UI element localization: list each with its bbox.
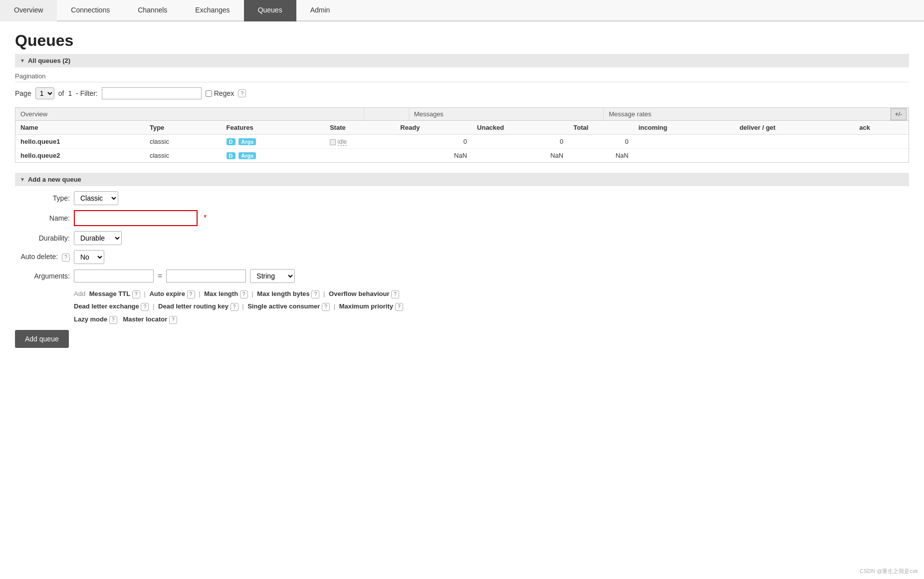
col-group-messages: Messages bbox=[409, 108, 604, 120]
equals-sign: = bbox=[158, 272, 162, 281]
args-key-input[interactable] bbox=[74, 270, 154, 283]
overflow-behaviour-help-icon[interactable]: ? bbox=[391, 290, 399, 298]
sep7: | bbox=[334, 302, 335, 310]
add-queue-button[interactable]: Add queue bbox=[15, 330, 69, 348]
page-select[interactable]: 1 bbox=[35, 87, 54, 99]
max-length-help-icon[interactable]: ? bbox=[240, 290, 248, 298]
pagination-section: Pagination Page 1 of 1 - Filter: Regex ? bbox=[15, 72, 909, 99]
required-star-icon: * bbox=[204, 214, 207, 223]
filter-label: - Filter: bbox=[76, 89, 98, 97]
nav-overview[interactable]: Overview bbox=[0, 0, 57, 21]
col-group-message-rates: Message rates bbox=[604, 108, 890, 120]
auto-delete-select[interactable]: No Yes bbox=[74, 250, 104, 264]
queue-deliver-get-cell bbox=[734, 149, 854, 163]
regex-label[interactable]: Regex bbox=[206, 89, 234, 97]
th-incoming: incoming bbox=[634, 121, 735, 135]
all-queues-section-header[interactable]: ▼ All queues (2) bbox=[15, 54, 909, 67]
auto-delete-row: Auto delete: ? No Yes bbox=[15, 250, 909, 264]
type-row: Type: Classic Quorum bbox=[15, 191, 909, 205]
queue-unacked-cell: NaN bbox=[472, 149, 568, 163]
name-input-wrapper bbox=[74, 210, 198, 226]
queue-features-cell: D Args bbox=[222, 149, 325, 163]
queue-incoming-cell bbox=[634, 149, 735, 163]
queue-ready-cell: NaN bbox=[395, 149, 472, 163]
args-value-input[interactable] bbox=[166, 270, 246, 283]
maximum-priority-help-icon[interactable]: ? bbox=[395, 303, 403, 311]
regex-checkbox[interactable] bbox=[206, 90, 212, 97]
sep5: | bbox=[153, 302, 154, 310]
of-label: of bbox=[58, 89, 64, 97]
filter-input[interactable] bbox=[102, 87, 202, 99]
hint-max-length[interactable]: Max length bbox=[204, 290, 238, 297]
hint-overflow-behaviour[interactable]: Overflow behaviour bbox=[329, 290, 389, 297]
th-total: Total bbox=[568, 121, 633, 135]
queue-name-link[interactable]: hello.queue1 bbox=[20, 138, 60, 145]
master-locator-help-icon[interactable]: ? bbox=[169, 316, 177, 324]
lazy-mode-help-icon[interactable]: ? bbox=[109, 316, 117, 324]
hint-dead-letter-routing-key[interactable]: Dead letter routing key bbox=[158, 302, 229, 310]
dead-letter-exchange-help-icon[interactable]: ? bbox=[141, 303, 149, 311]
total-pages: 1 bbox=[68, 89, 72, 97]
max-length-bytes-help-icon[interactable]: ? bbox=[311, 290, 319, 298]
nav-exchanges[interactable]: Exchanges bbox=[181, 0, 243, 21]
add-queue-collapse-arrow: ▼ bbox=[20, 177, 25, 182]
th-features: Features bbox=[222, 121, 325, 135]
queue-deliver-get-cell bbox=[734, 135, 854, 149]
hint-maximum-priority[interactable]: Maximum priority bbox=[339, 302, 393, 310]
regex-text: Regex bbox=[214, 89, 234, 97]
hint-dead-letter-exchange[interactable]: Dead letter exchange bbox=[74, 302, 139, 310]
sep6: | bbox=[242, 302, 243, 310]
pagination-controls: Page 1 of 1 - Filter: Regex ? bbox=[15, 87, 909, 99]
col-group-overview-spacer bbox=[364, 108, 409, 120]
th-type: Type bbox=[145, 121, 222, 135]
state-label: idle bbox=[338, 138, 347, 146]
th-unacked: Unacked bbox=[472, 121, 568, 135]
th-ready: Ready bbox=[395, 121, 472, 135]
hint-master-locator[interactable]: Master locator bbox=[123, 315, 167, 323]
queues-table: Name Type Features State Ready Unacked T… bbox=[15, 121, 909, 162]
th-deliver-get: deliver / get bbox=[734, 121, 854, 135]
th-name: Name bbox=[15, 121, 145, 135]
type-select[interactable]: Classic Quorum bbox=[74, 191, 118, 205]
type-label: Type: bbox=[15, 194, 70, 202]
auto-expire-help-icon[interactable]: ? bbox=[187, 290, 195, 298]
plus-minus-button[interactable]: +/- bbox=[891, 108, 907, 120]
nav-channels[interactable]: Channels bbox=[124, 0, 181, 21]
nav-connections[interactable]: Connections bbox=[57, 0, 124, 21]
queue-ack-cell bbox=[854, 149, 909, 163]
arguments-label: Arguments: bbox=[15, 272, 70, 280]
dead-letter-routing-key-help-icon[interactable]: ? bbox=[231, 303, 238, 311]
nav-queues[interactable]: Queues bbox=[244, 0, 296, 21]
hint-max-length-bytes[interactable]: Max length bytes bbox=[257, 290, 309, 297]
hint-add-label: Add bbox=[74, 290, 85, 297]
page-title: Queues bbox=[15, 31, 909, 50]
single-active-consumer-help-icon[interactable]: ? bbox=[322, 303, 330, 311]
durability-select[interactable]: Durable Transient bbox=[74, 231, 122, 245]
top-navigation: Overview Connections Channels Exchanges … bbox=[0, 0, 924, 21]
hint-message-ttl[interactable]: Message TTL bbox=[89, 290, 130, 297]
name-input[interactable] bbox=[76, 212, 196, 224]
add-queue-form: Type: Classic Quorum Name: * Durability:… bbox=[15, 191, 909, 348]
hint-single-active-consumer[interactable]: Single active consumer bbox=[247, 302, 320, 310]
th-ack: ack bbox=[854, 121, 909, 135]
badge-d: D bbox=[227, 138, 235, 145]
hint-lazy-mode[interactable]: Lazy mode bbox=[74, 315, 107, 323]
auto-delete-help-icon[interactable]: ? bbox=[62, 254, 70, 262]
queue-total-cell: NaN bbox=[568, 149, 633, 163]
hint-auto-expire[interactable]: Auto expire bbox=[149, 290, 185, 297]
add-queue-section-header[interactable]: ▼ Add a new queue bbox=[15, 173, 909, 186]
nav-admin[interactable]: Admin bbox=[296, 0, 344, 21]
name-row: Name: * bbox=[15, 210, 909, 226]
collapse-arrow-icon: ▼ bbox=[20, 58, 25, 63]
message-ttl-help-icon[interactable]: ? bbox=[132, 290, 140, 298]
sep4: | bbox=[323, 290, 325, 297]
th-state: State bbox=[325, 121, 395, 135]
name-label: Name: bbox=[15, 214, 70, 222]
queue-name-cell: hello.queue1 bbox=[15, 135, 145, 149]
queue-type-cell: classic bbox=[145, 149, 222, 163]
queue-name-link[interactable]: hello.queue2 bbox=[20, 152, 60, 159]
queue-unacked-cell: 0 bbox=[472, 135, 568, 149]
regex-help-icon[interactable]: ? bbox=[238, 89, 246, 97]
add-queue-section-label: Add a new queue bbox=[28, 176, 81, 183]
args-type-select[interactable]: String Number Boolean bbox=[250, 269, 295, 283]
